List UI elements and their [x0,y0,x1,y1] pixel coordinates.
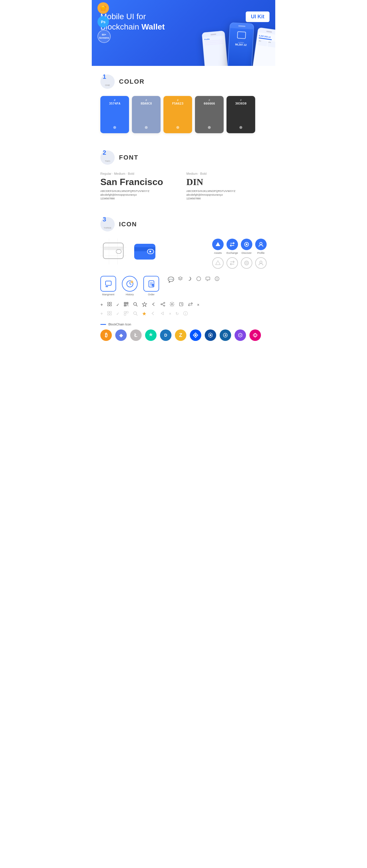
qr-icon [123,302,129,308]
svg-rect-41 [108,305,109,306]
svg-line-61 [162,305,164,305]
sf-weights: Regular · Medium · Bold [101,172,181,175]
font-block-din: Medium · Bold DIN ABCDEFGHIJKLMNOPQRSTUV… [186,172,266,200]
svg-rect-40 [110,302,112,304]
din-lower: abcdefghijklmnopqrstuvwxyz [186,193,266,196]
icon-item-management: Mangment [101,276,116,296]
din-name: DIN [186,177,266,187]
app-icons-row: Mangment History [101,276,266,296]
icon-title: ICON [119,221,137,228]
font-title: FONT [119,154,139,161]
svg-rect-70 [124,314,126,315]
color-swatch-blue: # 3574FA [101,96,129,133]
hero-title: Mobile UI for Blockchain Wallet [101,11,186,32]
grid-icon-outline [107,311,112,317]
font-block-sf: Regular · Medium · Bold San Francisco AB… [101,172,181,200]
exchange-icon-outline [227,257,238,269]
svg-point-57 [164,302,165,303]
chat-icon: 💬 [168,276,174,283]
assets-icon-outline [212,257,224,269]
svg-point-58 [161,304,162,305]
svg-rect-64 [108,311,109,313]
check-icon-outline: ✓ [116,311,119,316]
font-section: 2 TWO FONT Regular · Medium · Bold San F… [92,142,275,209]
star-icon [142,302,147,308]
blockchain-label: BlockChain Icon [108,322,131,326]
profile-icon [255,239,266,250]
svg-point-24 [260,261,262,263]
star-icon-filled: ★ [142,311,146,317]
info-icon [214,276,220,283]
svg-rect-10 [103,243,123,259]
svg-point-78 [209,334,211,336]
din-upper: ABCDEFGHIJKLMNOPQRSTUVWXYZ [186,190,266,192]
blockchain-line [101,324,106,325]
chat-square-icon [205,276,211,283]
svg-rect-65 [110,311,112,313]
svg-rect-46 [127,303,128,304]
svg-point-80 [253,334,257,337]
svg-point-22 [245,261,249,265]
color-title: COLOR [119,78,144,85]
color-swatches: # 3574FA # 8DA0C8 # F5A623 # 666666 # 30… [101,96,266,133]
exchange-icon [227,239,238,250]
lisk-icon [205,330,216,341]
color-section-header: 1 ONE COLOR [101,74,266,89]
sketch-badge [97,2,109,14]
svg-rect-26 [106,286,108,287]
plus-icon-outline: + [101,311,103,316]
bitcoin-icon: ₿ [101,330,112,341]
hero-badges: Ps 60+Screens [97,2,111,43]
tab-icons-grid: Assets Exchange Discover Profile [212,239,266,269]
font-grid: Regular · Medium · Bold San Francisco AB… [101,172,266,200]
matic-icon [234,330,246,341]
svg-line-72 [136,314,137,315]
share-icon [160,302,165,308]
crypto-icons-row: ₿ ◆ Ł D Z [101,330,266,341]
section-number-3: 3 THREE [101,217,115,231]
svg-point-23 [246,262,248,264]
svg-marker-17 [216,242,220,246]
svg-rect-66 [108,314,109,315]
litecoin-icon: Ł [130,330,142,341]
icon-section: 3 THREE ICON [92,209,275,349]
profile-icon-outline [255,257,266,269]
screens-badge: 60+Screens [97,30,111,43]
misc-icons: 💬 [168,276,220,283]
din-numbers: 1234567890 [186,197,266,200]
circle-icon [196,276,202,283]
font-section-header: 2 TWO FONT [101,150,266,165]
svg-rect-48 [125,305,125,306]
svg-point-59 [164,305,165,306]
sf-name: San Francisco [101,177,181,187]
svg-line-60 [162,303,164,304]
waves-icon [190,330,201,341]
svg-rect-33 [152,284,154,286]
settings-icon [169,302,175,308]
wallet-wireframe [101,239,126,265]
svg-point-38 [217,278,217,278]
management-icon [101,276,116,291]
svg-rect-35 [206,277,210,280]
discover-icon [241,239,252,250]
svg-rect-69 [126,311,128,313]
util-icons-row1: + ✓ × [101,302,266,308]
blockchain-label-row: BlockChain Icon [101,322,266,326]
search-icon [133,302,138,308]
polkadot-icon [250,330,261,341]
swap-icon [188,302,193,308]
color-swatch-medium-gray: # 666666 [195,96,224,133]
discover-icon-outline [241,257,252,269]
svg-marker-56 [142,302,147,307]
svg-marker-21 [216,261,220,265]
svg-point-16 [149,251,151,252]
util-icons-row2: + ✓ ★ × ↻ [101,311,266,317]
close-icon: × [197,303,199,307]
back-icon-outline [150,311,156,317]
svg-rect-39 [108,302,109,304]
close-icon-outline: × [169,311,171,316]
icon-section-header: 3 THREE ICON [101,217,266,231]
svg-marker-77 [194,334,197,336]
icon-item-exchange: Exchange [227,239,238,254]
grid-icon [107,302,112,308]
